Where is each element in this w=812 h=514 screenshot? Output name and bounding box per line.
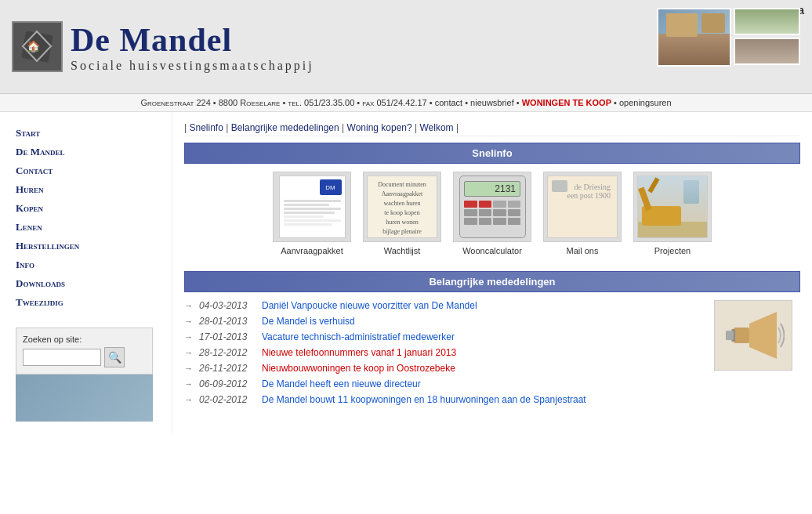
news-date-7: 02-02-2012 bbox=[199, 394, 254, 405]
breadcrumb-welkom[interactable]: Welkom bbox=[420, 122, 454, 133]
projecten-image bbox=[633, 172, 712, 242]
sidebar-item-start[interactable]: Start bbox=[16, 124, 156, 143]
news-item-3: → 17-01-2013 Vacature technisch-administ… bbox=[184, 331, 702, 342]
envelope-icon: de Driesingeen post 1900 bbox=[547, 176, 618, 238]
header-image-stack bbox=[734, 8, 800, 65]
calculator-icon: 2131 bbox=[459, 176, 526, 238]
sidebar-item-lenen[interactable]: Lenen bbox=[16, 218, 156, 237]
search-box: Zoeken op site: 🔍 bbox=[16, 328, 153, 375]
sidebar-item-tweezijdig[interactable]: Tweezijdig bbox=[16, 293, 156, 312]
news-item-4: → 28-12-2012 Nieuwe telefoonnummers vana… bbox=[184, 347, 702, 358]
woningen-link[interactable]: WONINGEN TE KOOP bbox=[522, 98, 611, 107]
sidebar-image bbox=[16, 375, 153, 422]
megaphone-svg bbox=[722, 308, 785, 363]
logo-box: 🏠 bbox=[12, 21, 63, 72]
sidebar-item-huren[interactable]: Huren bbox=[16, 180, 156, 199]
main-layout: Start De Mandel Contact Huren Kopen Lene… bbox=[0, 112, 812, 433]
news-date-5: 26-11-2012 bbox=[199, 363, 254, 374]
aanvraag-image: DM bbox=[273, 172, 351, 242]
news-date-1: 04-03-2013 bbox=[199, 300, 254, 311]
arrow-icon-4: → bbox=[184, 348, 193, 357]
breadcrumb: | Snelinfo | Belangrijke mededelingen | … bbox=[184, 120, 800, 136]
sidebar-item-contact[interactable]: Contact bbox=[16, 161, 156, 180]
search-label: Zoeken op site: bbox=[23, 335, 146, 344]
sidebar: Start De Mandel Contact Huren Kopen Lene… bbox=[0, 112, 172, 433]
news-item-5: → 26-11-2012 Nieuwbouwwoningen te koop i… bbox=[184, 363, 702, 374]
mail-label: Mail ons bbox=[543, 246, 622, 255]
snelinfo-wachtlijst[interactable]: Document minuten Aanvraagpakket wachten … bbox=[363, 172, 441, 255]
search-button[interactable]: 🔍 bbox=[104, 347, 125, 367]
page-header: 🏠 De Mandel Sociale huisvestingsmaatscha… bbox=[0, 0, 812, 94]
nieuwsbrief-link[interactable]: nieuwsbrief bbox=[470, 98, 514, 107]
megaphone-image bbox=[714, 300, 792, 371]
news-date-2: 28-01-2013 bbox=[199, 316, 254, 327]
news-list: → 04-03-2013 Daniël Vanpoucke nieuwe voo… bbox=[184, 300, 702, 410]
arrow-icon-7: → bbox=[184, 395, 193, 404]
breadcrumb-woning[interactable]: Woning kopen? bbox=[347, 122, 412, 133]
mededelingen-header: Belangrijke mededelingen bbox=[184, 271, 800, 292]
news-link-1[interactable]: Daniël Vanpoucke nieuwe voorzitter van D… bbox=[262, 300, 477, 311]
snelinfo-header: Snelinfo bbox=[184, 143, 800, 164]
info-bar: Groenestraat 224 • 8800 Roeselare • tel.… bbox=[0, 94, 812, 112]
aanvraag-label: Aanvraagpakket bbox=[273, 246, 351, 255]
sidebar-item-herstellingen[interactable]: Herstellingen bbox=[16, 237, 156, 255]
snelinfo-calculator[interactable]: 2131 bbox=[453, 172, 531, 255]
header-image-bottom bbox=[734, 38, 800, 65]
breadcrumb-snelinfo[interactable]: Snelinfo bbox=[189, 122, 223, 133]
header-images bbox=[657, 8, 800, 67]
calculator-label: Wooncalculator bbox=[453, 246, 531, 255]
header-image-top bbox=[734, 8, 800, 35]
header-image-main bbox=[657, 8, 731, 67]
handwriting-icon: Document minuten Aanvraagpakket wachten … bbox=[367, 176, 437, 238]
svg-rect-6 bbox=[726, 331, 734, 340]
wachtlijst-label: Wachtlijst bbox=[363, 246, 441, 255]
news-date-6: 06-09-2012 bbox=[199, 378, 254, 389]
arrow-icon-5: → bbox=[184, 364, 193, 373]
logo-icon: 🏠 bbox=[16, 25, 59, 68]
news-date-3: 17-01-2013 bbox=[199, 331, 254, 342]
news-item-1: → 04-03-2013 Daniël Vanpoucke nieuwe voo… bbox=[184, 300, 702, 311]
wachtlijst-image: Document minuten Aanvraagpakket wachten … bbox=[363, 172, 441, 242]
svg-text:🏠: 🏠 bbox=[27, 40, 41, 53]
svg-rect-3 bbox=[734, 328, 749, 343]
news-item-7: → 02-02-2012 De Mandel bouwt 11 koopwoni… bbox=[184, 394, 702, 405]
news-item-2: → 28-01-2013 De Mandel is verhuisd bbox=[184, 316, 702, 327]
arrow-icon-2: → bbox=[184, 317, 193, 326]
snelinfo-aanvraag[interactable]: DM Aanvraagpakket bbox=[273, 172, 351, 255]
openingsuren-link[interactable]: openingsuren bbox=[619, 98, 672, 107]
news-date-4: 28-12-2012 bbox=[199, 347, 254, 358]
search-input[interactable] bbox=[23, 349, 101, 366]
excavator-icon bbox=[637, 176, 708, 238]
news-link-7[interactable]: De Mandel bouwt 11 koopwoningen en 18 hu… bbox=[262, 394, 586, 405]
sidebar-item-info[interactable]: Info bbox=[16, 255, 156, 274]
snelinfo-projecten[interactable]: Projecten bbox=[633, 172, 712, 255]
news-link-3[interactable]: Vacature technisch-administratief medewe… bbox=[262, 331, 455, 342]
sidebar-item-de-mandel[interactable]: De Mandel bbox=[16, 143, 156, 161]
sidebar-item-kopen[interactable]: Kopen bbox=[16, 199, 156, 218]
arrow-icon-1: → bbox=[184, 301, 193, 310]
news-item-6: → 06-09-2012 De Mandel heeft een nieuwe … bbox=[184, 378, 702, 389]
search-widget: Zoeken op site: 🔍 bbox=[16, 328, 156, 422]
calculator-image: 2131 bbox=[453, 172, 531, 242]
mail-image: de Driesingeen post 1900 bbox=[543, 172, 622, 242]
document-icon: DM bbox=[279, 176, 346, 238]
search-row: 🔍 bbox=[23, 347, 146, 367]
contact-link[interactable]: contact bbox=[435, 98, 462, 107]
arrow-icon-6: → bbox=[184, 379, 193, 389]
address-text: Groenestraat 224 • 8800 Roeselare • tel.… bbox=[140, 98, 434, 107]
svg-marker-4 bbox=[749, 312, 777, 359]
news-link-6[interactable]: De Mandel heeft een nieuwe directeur bbox=[262, 378, 421, 389]
megaphone-box bbox=[714, 300, 800, 410]
news-link-5[interactable]: Nieuwbouwwoningen te koop in Oostrozebek… bbox=[262, 363, 455, 374]
news-link-2[interactable]: De Mandel is verhuisd bbox=[262, 316, 355, 327]
snelinfo-grid: DM Aanvraagpakket bbox=[184, 172, 800, 255]
mededelingen-content: → 04-03-2013 Daniël Vanpoucke nieuwe voo… bbox=[184, 300, 800, 410]
sidebar-nav: Start De Mandel Contact Huren Kopen Lene… bbox=[16, 124, 156, 312]
projecten-label: Projecten bbox=[633, 246, 712, 255]
content-area: | Snelinfo | Belangrijke mededelingen | … bbox=[172, 112, 812, 433]
news-link-4[interactable]: Nieuwe telefoonnummers vanaf 1 januari 2… bbox=[262, 347, 456, 358]
sidebar-item-downloads[interactable]: Downloads bbox=[16, 274, 156, 293]
arrow-icon-3: → bbox=[184, 332, 193, 342]
snelinfo-mail[interactable]: de Driesingeen post 1900 Mail ons bbox=[543, 172, 622, 255]
breadcrumb-mededelingen[interactable]: Belangrijke mededelingen bbox=[231, 122, 339, 133]
